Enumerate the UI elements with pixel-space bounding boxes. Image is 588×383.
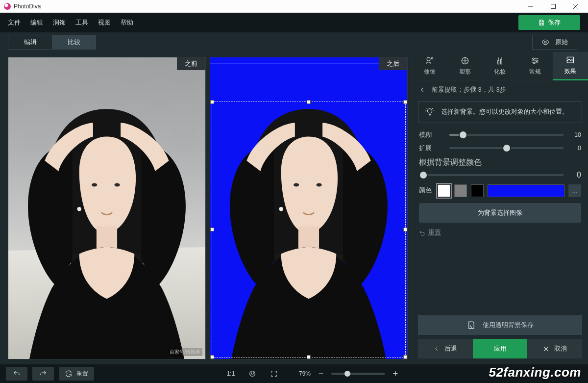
before-label: 之前 (177, 57, 205, 70)
before-image (8, 81, 206, 359)
show-original-button[interactable]: 原始 (532, 35, 577, 50)
reset-link[interactable]: 重置 (419, 229, 581, 237)
save-transparent-icon (467, 321, 476, 330)
effects-icon (565, 55, 575, 65)
app-title: PhotoDiva (14, 3, 41, 10)
undo-button[interactable] (6, 367, 27, 381)
expand-icon (270, 370, 278, 378)
menu-retouch[interactable]: 润饰 (53, 18, 66, 27)
retouch-icon (425, 56, 435, 66)
makeup-icon (495, 56, 505, 66)
after-pane[interactable]: 之后 (210, 57, 408, 359)
save-button-label: 保存 (548, 18, 561, 27)
svg-point-4 (544, 41, 546, 43)
save-icon (538, 19, 545, 26)
svg-point-26 (251, 373, 251, 373)
menu-tools[interactable]: 工具 (75, 18, 88, 27)
color-picker-row: 颜色 ... (419, 184, 581, 197)
tip-box: 选择新背景。您可以更改对象的大小和位置。 (418, 101, 582, 123)
more-colors-button[interactable]: ... (568, 184, 581, 197)
apply-button[interactable]: 应用 (473, 339, 528, 358)
tab-general[interactable]: 常规 (517, 52, 553, 80)
menu-bar: 文件 编辑 润饰 工具 视图 帮助 保存 (0, 13, 588, 32)
svg-rect-1 (551, 4, 556, 8)
swatch-white[interactable] (438, 184, 450, 197)
site-watermark: 52fanxing.com (489, 365, 581, 380)
slider-adapt-color[interactable]: 根据背景调整颜色 0 (419, 157, 581, 179)
zoom-in-button[interactable]: + (390, 369, 401, 378)
svg-point-18 (533, 58, 534, 59)
face-icon (248, 370, 256, 378)
chevron-left-icon (419, 86, 426, 93)
face-fit-button[interactable] (244, 367, 261, 381)
tab-sculpt[interactable]: 塑形 (447, 52, 483, 80)
refresh-icon (65, 370, 73, 378)
slider-blur[interactable]: 模糊 10 (419, 131, 581, 139)
menu-view[interactable]: 视图 (98, 18, 111, 27)
zoom-out-button[interactable]: − (316, 369, 326, 378)
breadcrumb-text: 前景提取：步骤 3，共 3步 (432, 85, 506, 94)
save-button[interactable]: 保存 (518, 15, 580, 30)
svg-point-19 (536, 60, 538, 61)
after-label: 之后 (379, 57, 407, 70)
choose-bg-image-button[interactable]: 为背景选择图像 (419, 203, 581, 223)
save-transparent-button[interactable]: 使用透明背景保存 (418, 315, 582, 335)
svg-point-14 (431, 57, 433, 59)
window-maximize-button[interactable] (542, 0, 564, 13)
swatch-current[interactable] (488, 184, 564, 197)
tab-effects[interactable]: 效果 (553, 52, 588, 80)
svg-point-22 (427, 109, 432, 113)
image-watermark: 百家号/傅视界 (168, 348, 202, 356)
menu-help[interactable]: 帮助 (121, 18, 133, 27)
slider-expand[interactable]: 扩展 0 (419, 144, 581, 153)
svg-rect-5 (97, 227, 117, 251)
tab-retouch[interactable]: 修饰 (412, 52, 447, 80)
close-icon: ✕ (543, 345, 549, 353)
menu-file[interactable]: 文件 (8, 18, 21, 27)
right-panel: 修饰 塑形 化妆 常规 效果 前景提取：步骤 3，共 3步 选择新背景。您可以更… (412, 52, 588, 364)
svg-point-7 (114, 183, 120, 187)
window-minimize-button[interactable] (519, 0, 542, 13)
svg-point-25 (250, 371, 255, 377)
svg-point-8 (77, 207, 81, 211)
svg-point-27 (253, 373, 253, 373)
breadcrumb[interactable]: 前景提取：步骤 3，共 3步 (412, 80, 588, 99)
svg-point-6 (92, 183, 97, 187)
redo-button[interactable] (32, 367, 54, 381)
window-close-button[interactable] (564, 0, 587, 13)
fit-screen-button[interactable] (266, 367, 282, 381)
svg-point-13 (427, 57, 430, 61)
lightbulb-icon (424, 106, 435, 117)
zoom-actual-button[interactable]: 1:1 (222, 367, 239, 381)
app-logo-icon (4, 3, 11, 10)
sliders-icon (530, 56, 540, 66)
zoom-value: 79% (299, 370, 311, 377)
svg-rect-16 (498, 60, 499, 64)
swatch-black[interactable] (471, 184, 484, 197)
zoom-slider[interactable] (331, 373, 385, 375)
svg-rect-17 (501, 59, 502, 64)
canvas-area: 百家号/傅视界 之前 (0, 52, 412, 364)
selection-box[interactable] (212, 102, 406, 357)
swatch-gray[interactable] (454, 184, 467, 197)
menu-edit[interactable]: 编辑 (30, 18, 43, 27)
eye-icon (541, 38, 549, 46)
reset-button[interactable]: 重置 (59, 367, 94, 381)
tab-edit[interactable]: 编辑 (8, 35, 52, 50)
back-button[interactable]: 后退 (418, 339, 473, 358)
svg-point-20 (534, 62, 535, 64)
window-titlebar: PhotoDiva (0, 0, 588, 13)
show-original-label: 原始 (555, 38, 568, 47)
chevron-left-icon (434, 346, 440, 352)
svg-rect-24 (471, 327, 472, 328)
tab-makeup[interactable]: 化妆 (483, 52, 518, 80)
sculpt-icon (460, 56, 470, 66)
undo-icon (419, 230, 425, 236)
before-pane[interactable]: 百家号/傅视界 之前 (8, 57, 206, 359)
view-mode-bar: 编辑 比较 原始 (0, 32, 588, 52)
cancel-button[interactable]: ✕取消 (527, 339, 582, 358)
svg-rect-23 (470, 326, 471, 327)
tab-compare[interactable]: 比较 (52, 35, 96, 50)
